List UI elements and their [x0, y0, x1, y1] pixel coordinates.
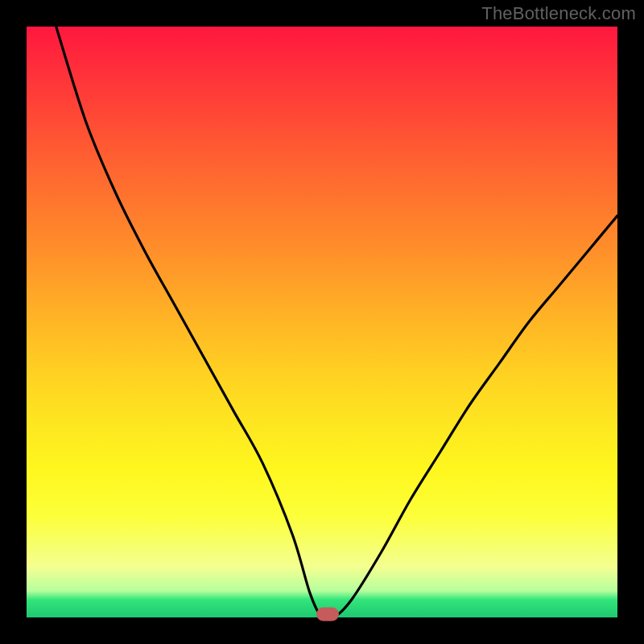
chart-frame: TheBottleneck.com: [0, 0, 644, 644]
minimum-marker: [316, 608, 339, 621]
curve-svg: [27, 27, 617, 617]
watermark-text: TheBottleneck.com: [481, 3, 636, 24]
plot-area: [27, 27, 617, 617]
bottleneck-curve-path: [56, 27, 617, 617]
